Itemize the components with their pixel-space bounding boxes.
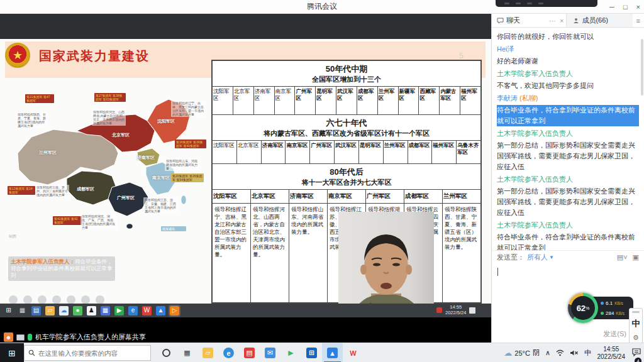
chat-sender-name: 土木学院参军入伍负责人	[497, 220, 639, 231]
shared-taskbar-icon-meeting-app[interactable]: ▲	[156, 306, 165, 315]
map-region-label: 广州军区	[117, 195, 135, 201]
region-cell: 北京军区	[237, 141, 262, 163]
shared-taskbar-icon-task-view[interactable]: ▦	[18, 306, 27, 315]
region-header-row: 沈阳军区北京军区济南军区南京军区广州军区成都军区兰州军区	[213, 189, 480, 203]
tab-chat[interactable]: 聊天	[492, 14, 525, 27]
notification-center-button[interactable]: 4	[631, 348, 641, 359]
shared-screen-clock: 14:552022/5/24	[445, 305, 466, 315]
shared-taskbar-icon-edge[interactable]: e	[128, 306, 138, 315]
slideshow-tool-icon[interactable]	[9, 295, 18, 304]
muted-speaker-icon[interactable]	[570, 349, 579, 356]
slideshow-tool-icon[interactable]	[81, 295, 90, 304]
chat-close-button[interactable]: ×	[560, 17, 564, 25]
ime-language-indicator[interactable]: 中	[632, 318, 640, 329]
store-glyph: ⊞	[306, 348, 317, 358]
taskbar-icon-task-view[interactable]: ▦	[177, 343, 197, 362]
video-play-glyph: ▶	[286, 348, 296, 358]
chat-scrollbar[interactable]	[641, 39, 643, 96]
map-callout: 领导和指挥辽宁、吉林、黑龙江和内蒙古自治区东部三盟一市境内的所属武装力量	[171, 101, 206, 117]
taskbar-icon-file-explorer[interactable]: ▱	[197, 343, 218, 362]
map-callout: 领导和指挥陕西、甘肃、宁夏、青海、新疆五省(区)境内的所属武装力量	[16, 112, 48, 128]
screen-share-banner: ☻ 机车学院参军入伍负责人的屏幕共享	[4, 332, 146, 342]
slideshow-tool-icon[interactable]	[38, 295, 47, 304]
slideshow-tool-icon[interactable]	[23, 295, 32, 304]
send-to-selector[interactable]: 所有人	[527, 253, 548, 262]
taskbar-icon-red-news-app[interactable]: ▤	[239, 343, 260, 362]
ime-handle-icon[interactable]: ══	[632, 310, 639, 314]
region-header-cell: 北京军区	[251, 190, 289, 203]
shared-taskbar-icon-cloud-app[interactable]: ☁	[59, 306, 69, 315]
shared-taskbar-icon-wps[interactable]: W	[142, 306, 152, 315]
search-icon	[28, 349, 35, 356]
close-button[interactable]: ×	[636, 3, 640, 11]
map-callout: 领导和指挥湖北、湖南、广东、广西、海南五省(区)境内的所属武装力量	[80, 214, 117, 230]
minimize-button[interactable]: ─	[609, 3, 614, 11]
map-region-label: 沈阳军区	[157, 118, 175, 124]
shared-taskbar-icon-file-explorer[interactable]: ▱	[45, 306, 55, 315]
screenshot-icon[interactable]: ▣	[633, 253, 639, 261]
download-speed: 284KB/s	[601, 308, 625, 318]
slideshow-tool-icon[interactable]	[67, 295, 75, 304]
taskbar-icon-wps[interactable]: W	[343, 343, 364, 362]
shared-taskbar-icon-calculator[interactable]: ▦	[101, 306, 110, 315]
table-era-title: 六七十年代	[213, 115, 480, 129]
map-region-label: 济南军区	[137, 155, 155, 161]
region-cell: 广州军区	[295, 87, 316, 114]
private-chat-tag: (私聊)	[518, 94, 538, 102]
send-button[interactable]: 发送(S)	[603, 329, 626, 339]
slideshow-tool-icon[interactable]	[96, 295, 104, 304]
shared-taskbar-icon-windows-start[interactable]: ⊞	[4, 306, 13, 315]
sharer-avatar-icon: ☻	[4, 332, 13, 342]
mail-glyph: ✉	[265, 348, 275, 358]
taskbar-icon-tencent-meeting[interactable]: ▲	[322, 343, 343, 362]
taskbar-clock[interactable]: 14:552022/5/24	[597, 346, 626, 360]
tray-ime-icon[interactable]	[469, 307, 475, 314]
file-send-icon[interactable]: ▤˅	[617, 253, 628, 261]
hidden-icons-chevron[interactable]: ∧	[545, 349, 550, 357]
taskbar-icon-video-play[interactable]: ▶	[280, 343, 301, 362]
cortana-glyph	[162, 349, 170, 357]
panel-menu-button[interactable]: ≡	[633, 17, 644, 25]
network-monitor-overlay[interactable]: 62% 6.1KB/s 284KB/s	[568, 293, 633, 323]
chat-sender-name: 李献涛 (私聊)	[497, 93, 639, 104]
chat-message-list[interactable]: 你回答的就很好，你回答就可以Hei泽好的老师谢谢土木学院参军入伍负责人不客气，欢…	[492, 28, 644, 250]
ime-toolbar[interactable]: ══ 中 ⚙	[629, 308, 643, 344]
taskbar-icon-store[interactable]: ⊞	[301, 343, 322, 362]
tray-red-icon[interactable]	[436, 307, 442, 313]
start-button[interactable]: ⊞	[0, 343, 24, 362]
maximize-button[interactable]: □	[623, 3, 628, 11]
chat-more-button[interactable]: ···	[549, 17, 556, 25]
taskbar-icon-mail[interactable]: ✉	[260, 343, 280, 362]
text-cursor	[497, 268, 498, 276]
window-title: 腾讯会议	[307, 1, 337, 12]
gear-icon[interactable]: ⚙	[633, 334, 639, 342]
chat-bubble-icon	[497, 18, 504, 24]
language-indicator[interactable]: 中	[584, 348, 591, 358]
map-credit: 制图	[9, 234, 16, 239]
floating-meeting-dock[interactable]	[496, 0, 597, 7]
taskbar-icon-edge[interactable]: e	[218, 343, 239, 362]
shared-taskbar-icon-media-play[interactable]: ▶	[114, 306, 124, 315]
map-callout: 南海诸岛	[161, 226, 186, 231]
send-to-row: 发送至： 所有人 ▼ ▤˅ ▣	[492, 250, 644, 264]
slideshow-toolbar[interactable]	[9, 295, 104, 304]
windows-taskbar: ⊞ ▦▱e▤✉▶⊞▲W ☁ 25°C 阴 ∧ 中 14:552022/5/24 …	[0, 343, 644, 362]
shared-taskbar-icon-video-app[interactable]: ▷	[170, 306, 179, 315]
taskbar-icon-cortana[interactable]	[156, 343, 177, 362]
taskbar-search[interactable]	[24, 345, 151, 361]
shared-taskbar-icon-app-laptop[interactable]: ▤	[31, 306, 41, 315]
shared-taskbar-icon-wechat[interactable]: ●	[73, 306, 82, 315]
weather-widget[interactable]: ☁ 25°C 阴	[504, 348, 540, 358]
map-callout: 第21集团军 第47集团军	[25, 94, 54, 103]
region-cell: 成都军区	[357, 87, 378, 114]
region-cell: 沈阳军区	[213, 87, 233, 114]
network-icon[interactable]	[556, 349, 564, 356]
search-input[interactable]	[38, 349, 147, 357]
slideshow-tool-icon[interactable]	[52, 295, 61, 304]
speaker-webcam-video[interactable]	[338, 212, 434, 319]
tencent-meeting-glyph: ▲	[327, 348, 338, 358]
upload-speed: 6.1KB/s	[601, 298, 625, 308]
tab-members[interactable]: 成员(66)	[566, 14, 632, 27]
shared-taskbar-icon-qq[interactable]: ♟	[87, 306, 96, 315]
chat-sender-name: Hei泽	[497, 44, 639, 55]
